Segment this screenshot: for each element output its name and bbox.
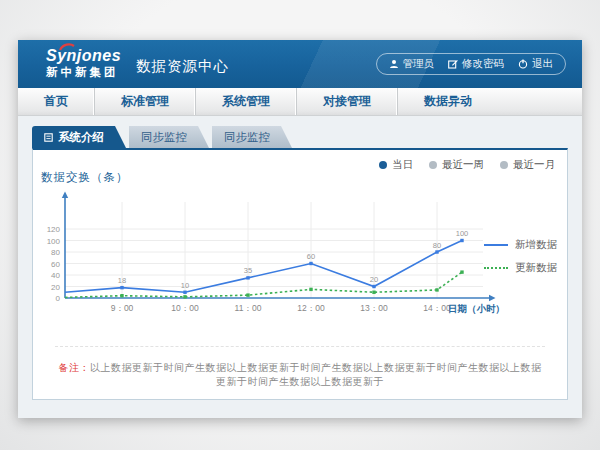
app-window: Synjones 新中新集团 数据资源中心 管理员 修改密码 退出 首页 标准管… xyxy=(18,40,582,418)
tab-sync-monitor-2[interactable]: 同步监控 xyxy=(212,126,292,148)
svg-text:14：00: 14：00 xyxy=(423,303,451,313)
solid-line-swatch-icon xyxy=(484,244,508,246)
svg-text:10: 10 xyxy=(181,281,189,290)
svg-text:100: 100 xyxy=(456,229,469,238)
svg-text:80: 80 xyxy=(51,248,60,257)
svg-text:日期（小时）: 日期（小时） xyxy=(448,303,505,315)
line-chart: 0204060801001209：0010：0011：0012：0013：001… xyxy=(37,186,507,341)
document-icon xyxy=(44,133,53,142)
nav-item-data-change[interactable]: 数据异动 xyxy=(397,88,498,115)
svg-text:0: 0 xyxy=(56,294,61,303)
tab-bar: 系统介绍 同步监控 同步监控 xyxy=(32,126,292,148)
svg-text:12：00: 12：00 xyxy=(297,303,325,313)
note-text: 以上数据更新于时间产生数据以上数据更新于时间产生数据以上数据更新于时间产生数据以… xyxy=(90,362,542,387)
legend-label: 新增数据 xyxy=(515,238,557,252)
main-nav: 首页 标准管理 系统管理 对接管理 数据异动 xyxy=(18,88,582,116)
edit-icon xyxy=(448,59,458,69)
svg-text:35: 35 xyxy=(244,266,252,275)
logout-label: 退出 xyxy=(532,57,553,71)
tab-system-intro[interactable]: 系统介绍 xyxy=(32,126,126,148)
svg-text:11：00: 11：00 xyxy=(235,303,262,313)
page-title: 数据资源中心 xyxy=(136,57,229,76)
note-prefix: 备注： xyxy=(59,362,91,373)
logout-button[interactable]: 退出 xyxy=(518,57,553,71)
user-toolbar: 管理员 修改密码 退出 xyxy=(376,53,567,75)
svg-text:100: 100 xyxy=(47,237,61,246)
nav-item-system-mgmt[interactable]: 系统管理 xyxy=(195,88,296,115)
y-axis-title: 数据交换（条） xyxy=(41,170,129,185)
user-label: 管理员 xyxy=(403,57,435,71)
filter-label: 最近一周 xyxy=(442,158,484,172)
chart-panel: 当日 最近一周 最近一月 数据交换（条） 0204060801001209：00… xyxy=(32,148,568,400)
nav-item-connect-mgmt[interactable]: 对接管理 xyxy=(296,88,397,115)
svg-text:60: 60 xyxy=(51,260,60,269)
nav-item-home[interactable]: 首页 xyxy=(18,88,94,115)
change-password-button[interactable]: 修改密码 xyxy=(448,57,504,71)
logo-company-name: 新中新集团 xyxy=(46,66,121,79)
power-icon xyxy=(518,59,528,69)
filter-label: 当日 xyxy=(392,158,413,172)
filter-last-week[interactable]: 最近一周 xyxy=(429,158,484,172)
svg-text:10：00: 10：00 xyxy=(171,303,199,313)
radio-icon xyxy=(379,161,387,169)
change-password-label: 修改密码 xyxy=(462,57,504,71)
svg-text:80: 80 xyxy=(433,241,441,250)
logo-wordmark: Synjones xyxy=(46,47,121,65)
chart-legend: 新增数据 更新数据 xyxy=(484,238,557,275)
legend-item-new-data: 新增数据 xyxy=(484,238,557,252)
legend-label: 更新数据 xyxy=(515,261,557,275)
legend-item-update-data: 更新数据 xyxy=(484,261,557,275)
footer-note: 备注：以上数据更新于时间产生数据以上数据更新于时间产生数据以上数据更新于时间产生… xyxy=(55,346,545,389)
company-logo: Synjones 新中新集团 xyxy=(46,47,121,78)
dotted-line-swatch-icon xyxy=(484,267,508,269)
svg-text:13：00: 13：00 xyxy=(360,303,388,313)
radio-icon xyxy=(500,161,508,169)
radio-icon xyxy=(429,161,437,169)
filter-today[interactable]: 当日 xyxy=(379,158,413,172)
svg-text:18: 18 xyxy=(118,276,126,285)
svg-text:40: 40 xyxy=(51,271,60,280)
app-header: Synjones 新中新集团 数据资源中心 管理员 修改密码 退出 xyxy=(18,40,582,88)
tab-sync-monitor-1[interactable]: 同步监控 xyxy=(129,126,209,148)
tab-label: 系统介绍 xyxy=(58,126,104,148)
svg-text:60: 60 xyxy=(307,252,315,261)
content-area: 系统介绍 同步监控 同步监控 当日 最近一周 最近一月 数据交 xyxy=(18,116,582,418)
logo-red-swoosh-icon xyxy=(59,43,75,51)
nav-item-standard-mgmt[interactable]: 标准管理 xyxy=(94,88,195,115)
svg-text:20: 20 xyxy=(370,275,378,284)
filter-last-month[interactable]: 最近一月 xyxy=(500,158,555,172)
current-user[interactable]: 管理员 xyxy=(389,57,435,71)
svg-text:20: 20 xyxy=(51,283,60,292)
svg-text:9：00: 9：00 xyxy=(111,303,134,313)
user-icon xyxy=(389,59,399,69)
svg-text:120: 120 xyxy=(47,225,61,234)
period-filter-group: 当日 最近一周 最近一月 xyxy=(379,158,555,172)
chart-container: 0204060801001209：0010：0011：0012：0013：001… xyxy=(37,186,507,341)
filter-label: 最近一月 xyxy=(513,158,555,172)
